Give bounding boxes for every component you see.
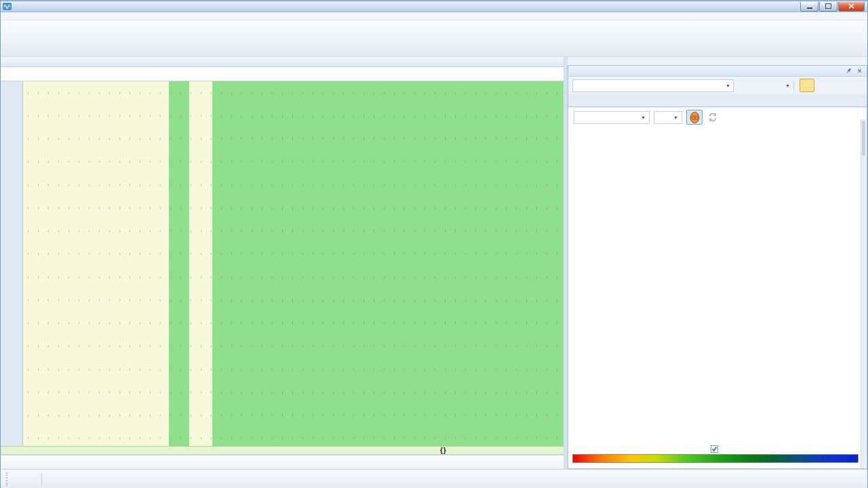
menu-bar (1, 12, 867, 20)
eeg-waveforms (23, 81, 564, 446)
delete-wave-markers-icon[interactable] (833, 79, 848, 92)
refresh-icon[interactable] (705, 110, 720, 125)
panel-scrollbar[interactable] (861, 119, 866, 468)
eeg-settings-bar (1, 67, 566, 81)
eeg-plot-area (1, 81, 566, 446)
title-bar (1, 0, 867, 12)
color-gradient-bar (572, 454, 859, 463)
settings-gear-icon[interactable] (770, 79, 785, 92)
search-spikes-icon[interactable] (736, 79, 751, 92)
maximize-button[interactable] (819, 2, 837, 12)
toolbar-grip (6, 472, 9, 486)
maps-select[interactable]: ▼ (574, 111, 650, 124)
record-scope-select[interactable]: ▼ (572, 79, 734, 92)
app-window: { } ✕ ▼ ▼ ▼ ▼ (0, 0, 868, 488)
delete-spike-markers-icon[interactable] (800, 79, 814, 92)
eeg-traces-canvas[interactable] (23, 81, 564, 446)
close-button[interactable] (838, 2, 865, 12)
epileptiform-tabs (568, 94, 867, 107)
playback-bar (1, 469, 867, 488)
eeg-horizontal-scrollbar[interactable]: { } (1, 446, 566, 455)
record-scope-row: ▼ ▼ (568, 77, 867, 94)
pin-icon[interactable] (844, 66, 853, 75)
scroll-thumb[interactable]: { } (440, 447, 446, 454)
chevron-down-icon: ▼ (641, 115, 646, 120)
chevron-down-icon: ▼ (785, 83, 790, 88)
app-icon (3, 3, 12, 10)
dimension-select[interactable]: ▼ (654, 111, 682, 124)
auto-checkbox[interactable] (711, 445, 718, 453)
status-bar (1, 455, 566, 469)
minimize-button[interactable] (800, 2, 818, 12)
chevron-down-icon: ▼ (673, 115, 678, 120)
color-scale (572, 445, 859, 463)
search-sharpwaves-icon[interactable] (753, 79, 768, 92)
channel-label-column (1, 81, 23, 446)
mapping-tab-content: ▼ ▼ (568, 108, 867, 468)
head-view-button[interactable] (686, 110, 703, 125)
epileptiform-panel: ✕ ▼ ▼ ▼ ▼ (568, 65, 867, 469)
chevron-down-icon: ▼ (726, 83, 730, 88)
close-panel-icon[interactable]: ✕ (855, 66, 864, 75)
mapping-toolbar: ▼ ▼ (568, 108, 867, 125)
main-toolbar (1, 20, 867, 57)
delete-sharpwave-markers-icon[interactable] (816, 79, 831, 92)
epileptiform-panel-header: ✕ (568, 66, 867, 77)
eeg-panel-header[interactable] (1, 57, 566, 67)
